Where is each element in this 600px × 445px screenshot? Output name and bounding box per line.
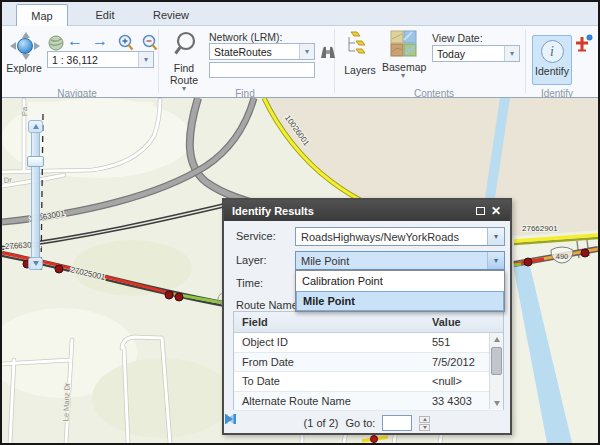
tab-map[interactable]: Map — [16, 4, 68, 26]
attributes-table: Field Value Object ID 551 From Date 7/5/… — [233, 311, 504, 410]
zoom-slider-handle[interactable] — [27, 156, 44, 167]
scroll-up-icon[interactable] — [490, 333, 503, 345]
group-separator — [525, 29, 526, 93]
layer-value: Mile Point — [296, 255, 487, 267]
service-combobox[interactable]: RoadsHighways/NewYorkRoads ▾ — [295, 227, 505, 246]
chevron-down-icon[interactable]: ▾ — [487, 228, 504, 245]
compass-south-icon — [22, 54, 30, 60]
map-scale-value: 1 : 36,112 — [48, 54, 138, 66]
forward-extent-arrow-icon[interactable]: → — [92, 32, 108, 50]
route-input-box[interactable] — [209, 62, 315, 78]
basemap-dropdown-icon[interactable]: ▾ — [382, 73, 424, 78]
spinner-up-icon[interactable] — [419, 416, 430, 423]
pagination-bar: (1 of 2) Go to: — [224, 413, 510, 433]
cell-field: From Date — [234, 353, 428, 372]
network-lrm-combobox[interactable]: StateRoutes ▾ — [209, 43, 315, 60]
basemap-button[interactable]: Basemap ▾ — [382, 30, 424, 78]
find-route-label-line1: Find — [162, 62, 206, 74]
identify-button-label: Identify — [535, 65, 569, 77]
zoom-slider-down-button[interactable] — [28, 257, 43, 270]
map-land-patch — [92, 358, 232, 438]
compass-icon — [17, 38, 33, 54]
chevron-down-icon — [33, 261, 39, 266]
dropdown-option-calibration-point[interactable]: Calibration Point — [296, 271, 504, 291]
page-status: (1 of 2) — [304, 417, 339, 429]
group-separator — [334, 29, 335, 93]
explore-button-label: Explore — [2, 62, 46, 74]
view-date-label: View Date: — [432, 32, 483, 44]
network-lrm-value: StateRoutes — [210, 46, 299, 58]
calibration-point[interactable] — [371, 436, 378, 443]
route-name-label: Route Name: — [236, 299, 301, 311]
street-label: Le Manz Dr — [61, 382, 71, 422]
chevron-down-icon[interactable]: ▾ — [299, 44, 314, 59]
view-date-combobox[interactable]: Today ▾ — [432, 45, 520, 62]
table-scrollbar[interactable] — [489, 333, 503, 409]
chevron-down-icon[interactable]: ▾ — [504, 46, 519, 61]
dialog-body: Service: RoadsHighways/NewYorkRoads ▾ La… — [224, 221, 510, 433]
map-land-patch — [72, 240, 192, 296]
application-window: Map Edit Review Explore ← → — [0, 0, 600, 445]
find-route-button[interactable]: Find Route ▾ — [162, 30, 206, 91]
route-label: 27662901 — [522, 224, 558, 233]
cell-field: To Date — [234, 372, 428, 391]
ribbon: Explore ← → 1 : 36,112 ▾ Navigate — [2, 26, 598, 98]
table-row[interactable]: To Date <null> — [234, 372, 503, 392]
column-header-field: Field — [234, 312, 428, 332]
ribbon-tab-bar: Map Edit Review — [2, 2, 598, 26]
layer-label: Layer: — [236, 254, 267, 266]
tab-edit[interactable]: Edit — [76, 4, 134, 26]
layer-combobox[interactable]: Mile Point ▾ — [295, 251, 505, 270]
compass-west-icon — [10, 42, 16, 50]
cell-field: Alternate Route Name — [234, 392, 428, 411]
layers-button[interactable]: Layers — [340, 29, 380, 76]
map-zoom-slider[interactable] — [28, 120, 43, 270]
spinner-down-icon[interactable] — [419, 424, 430, 431]
dialog-titlebar[interactable]: Identify Results ✕ — [224, 200, 510, 221]
dropdown-option-mile-point[interactable]: Mile Point — [296, 291, 504, 311]
service-label: Service: — [236, 230, 276, 242]
view-date-value: Today — [433, 48, 504, 60]
dialog-restore-button[interactable] — [472, 203, 488, 218]
layers-icon — [345, 29, 375, 60]
goto-label: Go to: — [345, 417, 375, 429]
tab-map-label: Map — [31, 10, 52, 22]
highlighted-route-green[interactable] — [514, 264, 521, 265]
table-header-row: Field Value — [234, 312, 503, 333]
map-view[interactable]: 490 27663001 27663001 27025001 10026001 … — [2, 98, 598, 443]
tab-review-label: Review — [153, 9, 189, 21]
layer-dropdown-list: Calibration Point Mile Point — [295, 270, 505, 312]
layers-button-label: Layers — [340, 64, 380, 76]
find-route-magnifier-icon — [170, 30, 198, 58]
chevron-up-icon — [33, 124, 39, 129]
table-row[interactable]: Object ID 551 — [234, 333, 503, 353]
chevron-down-icon[interactable]: ▾ — [487, 252, 504, 269]
street-label: Pa — [20, 106, 29, 116]
tab-review[interactable]: Review — [140, 4, 202, 26]
goto-spinner — [419, 416, 430, 431]
compass-north-icon — [22, 32, 30, 38]
compass-east-icon — [34, 42, 40, 50]
goto-page-input[interactable] — [382, 415, 412, 431]
full-extent-globe-icon[interactable] — [48, 35, 64, 51]
scrollbar-thumb[interactable] — [491, 347, 502, 375]
binoculars-icon[interactable] — [319, 44, 337, 61]
zoom-slider-track[interactable] — [31, 132, 40, 258]
cell-field: Object ID — [234, 333, 428, 352]
table-row[interactable]: Alternate Route Name 33 4303 — [234, 392, 503, 412]
identify-route-location-icon[interactable] — [574, 34, 595, 55]
back-extent-arrow-icon[interactable]: ← — [67, 32, 83, 50]
identify-button[interactable]: i Identify — [532, 35, 572, 85]
dialog-title: Identify Results — [232, 205, 314, 217]
network-lrm-label: Network (LRM): — [209, 31, 283, 43]
chevron-down-icon[interactable]: ▾ — [138, 52, 153, 67]
map-scale-combobox[interactable]: 1 : 36,112 ▾ — [47, 51, 154, 68]
dialog-close-button[interactable]: ✕ — [488, 203, 504, 218]
explore-button[interactable] — [10, 32, 40, 60]
scroll-down-icon[interactable] — [490, 397, 503, 409]
shield-number: 490 — [556, 252, 569, 261]
street-label: Dr — [3, 175, 12, 185]
time-label: Time: — [236, 277, 263, 289]
table-row[interactable]: From Date 7/5/2012 — [234, 353, 503, 373]
last-page-icon[interactable] — [224, 413, 237, 425]
